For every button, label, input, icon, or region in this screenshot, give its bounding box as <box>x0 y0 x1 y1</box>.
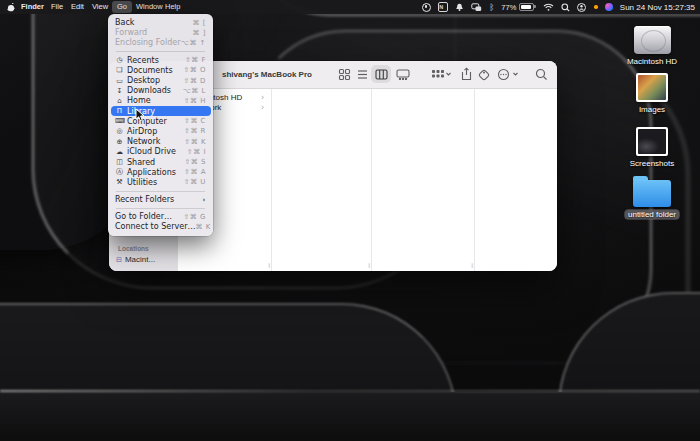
menu-item-applications[interactable]: Ⓐ Applications⇧⌘ A <box>111 167 211 177</box>
window-title: shivang's MacBook Pro <box>222 70 312 79</box>
menu-item-computer[interactable]: ⌨ Computer⇧⌘ C <box>111 116 211 126</box>
more-actions-button[interactable] <box>497 68 519 81</box>
wifi-icon[interactable] <box>543 3 554 11</box>
desktop-icon-images[interactable]: Images <box>610 73 694 114</box>
sidebar-section-locations: Locations <box>118 245 149 252</box>
battery-percent: 77% <box>501 3 516 12</box>
column-resize-handle[interactable]: ∥ <box>368 263 373 268</box>
desktop-icon-label: Macintosh HD <box>624 57 680 66</box>
sidebar-item-label: Macint... <box>125 255 155 264</box>
go-dropdown-menu: Back⌘ [ Forward⌘ ] Enclosing Folder⌥⌘ ↑ … <box>108 14 213 236</box>
chevron-right-icon: › <box>258 103 267 112</box>
menu-item-connect-to-server[interactable]: Connect to Server…⌘ K <box>111 222 211 232</box>
icloud-icon: ☁ <box>115 148 124 156</box>
submenu-arrow-icon: › <box>203 196 206 204</box>
menubar-item-help[interactable]: Help <box>165 0 180 14</box>
desktop-icon-macintosh-hd[interactable]: Macintosh HD <box>610 26 694 66</box>
share-button[interactable] <box>461 67 472 81</box>
menubar-clock[interactable]: Sun 24 Nov 15:27:35 <box>620 3 695 12</box>
list-view-button[interactable] <box>356 68 369 81</box>
spotlight-search-icon[interactable] <box>561 3 570 12</box>
hard-drive-icon: ⊟ <box>116 256 122 264</box>
menu-item-back[interactable]: Back⌘ [ <box>111 18 211 28</box>
column-divider[interactable] <box>271 89 272 271</box>
utilities-icon: ⚒ <box>115 178 124 186</box>
document-icon: ❏ <box>115 66 124 74</box>
menu-item-go-to-folder[interactable]: Go to Folder…⇧⌘ G <box>111 212 211 222</box>
menubar-item-edit[interactable]: Edit <box>71 0 84 14</box>
search-icon[interactable] <box>535 68 548 81</box>
desktop-icon-label: Screenshots <box>627 159 677 168</box>
menu-bar: Finder File Edit View Go Window Help N ᛒ… <box>0 0 700 14</box>
column-divider[interactable] <box>474 89 475 271</box>
applications-icon: Ⓐ <box>115 167 124 177</box>
menu-item-enclosing-folder: Enclosing Folder⌥⌘ ↑ <box>111 38 211 48</box>
control-center-icon[interactable] <box>577 3 587 12</box>
menu-separator <box>116 51 205 52</box>
column-resize-handle[interactable]: ∥ <box>471 263 476 268</box>
gallery-view-button[interactable] <box>396 69 410 80</box>
menubar-item-file[interactable]: File <box>51 0 63 14</box>
menu-item-airdrop[interactable]: ◎ AirDrop⇧⌘ R <box>111 126 211 136</box>
finder-toolbar: shivang's MacBook Pro <box>178 61 557 89</box>
menu-item-network[interactable]: ⊕ Network⇧⌘ K <box>111 137 211 147</box>
desktop-icon: ▭ <box>115 77 124 85</box>
siri-orb-icon[interactable] <box>605 3 613 11</box>
image-file-icon <box>636 73 668 102</box>
menu-item-icloud-drive[interactable]: ☁ iCloud Drive⇧⌘ I <box>111 147 211 157</box>
tag-button[interactable] <box>477 68 491 82</box>
menu-item-desktop[interactable]: ▭ Desktop⇧⌘ D <box>111 75 211 85</box>
menu-item-recent-folders[interactable]: Recent Folders › <box>111 195 211 205</box>
menubar-item-view[interactable]: View <box>92 0 108 14</box>
menu-item-recents[interactable]: ◷ Recents⇧⌘ F <box>111 55 211 65</box>
notification-bell-icon[interactable] <box>455 3 464 12</box>
home-icon: ⌂ <box>115 97 124 105</box>
folder-icon <box>633 180 671 207</box>
app-n-icon[interactable]: N <box>438 2 448 12</box>
column-resize-handle[interactable]: ∥ <box>268 263 273 268</box>
library-icon: Π <box>115 107 124 115</box>
screenshot-file-icon <box>636 127 668 156</box>
menu-item-utilities[interactable]: ⚒ Utilities⇧⌘ U <box>111 177 211 187</box>
apple-menu[interactable] <box>7 3 15 17</box>
menu-item-documents[interactable]: ❏ Documents⇧⌘ O <box>111 65 211 75</box>
hard-drive-icon <box>634 26 671 54</box>
group-by-button[interactable] <box>431 68 452 81</box>
menubar-item-finder[interactable]: Finder <box>21 0 44 14</box>
clock-icon: ◷ <box>115 56 124 64</box>
menubar-item-go-active[interactable]: Go <box>112 1 132 13</box>
menu-item-forward: Forward⌘ ] <box>111 28 211 38</box>
desktop-icon-untitled-folder[interactable]: untitled folder <box>610 175 694 219</box>
bluetooth-icon[interactable]: ᛒ <box>489 3 494 11</box>
icon-view-button[interactable] <box>338 68 351 81</box>
mouse-cursor <box>135 108 146 123</box>
computer-icon: ⌨ <box>115 117 124 125</box>
menu-item-library[interactable]: Π Library <box>111 106 211 116</box>
menubar-item-window[interactable]: Window <box>136 0 163 14</box>
display-mirroring-icon[interactable] <box>471 3 482 12</box>
menu-separator <box>116 208 205 209</box>
shared-folder-icon: ◫ <box>115 158 124 166</box>
sidebar-item-macintosh-hd[interactable]: ⊟ Macint... <box>116 255 155 264</box>
network-icon: ⊕ <box>115 138 124 146</box>
record-status-icon[interactable] <box>422 3 431 12</box>
column-view-area: ∥ ∥ ∥ ⊟ Macintosh HD › ⊕ Network › <box>178 89 557 271</box>
desktop-icon-label: Images <box>636 105 668 114</box>
orange-status-dot <box>594 5 598 9</box>
downloads-icon: ↧ <box>115 87 124 95</box>
menu-separator <box>116 191 205 192</box>
status-tray: N ᛒ 77% <box>422 0 695 14</box>
column-divider[interactable] <box>371 89 372 271</box>
desktop-icon-screenshots[interactable]: Screenshots <box>610 127 694 168</box>
airdrop-icon: ◎ <box>115 127 124 135</box>
chevron-right-icon: › <box>258 93 267 102</box>
column-view-button[interactable] <box>375 69 388 80</box>
macos-desktop: { "menu_bar": { "items": [ {"label": "Fi… <box>0 0 700 441</box>
battery-icon[interactable] <box>519 3 534 12</box>
menu-item-shared[interactable]: ◫ Shared⇧⌘ S <box>111 157 211 167</box>
desktop-icon-label-selected: untitled folder <box>625 210 679 219</box>
menu-item-downloads[interactable]: ↧ Downloads⌥⌘ L <box>111 86 211 96</box>
menu-item-home[interactable]: ⌂ Home⇧⌘ H <box>111 96 211 106</box>
